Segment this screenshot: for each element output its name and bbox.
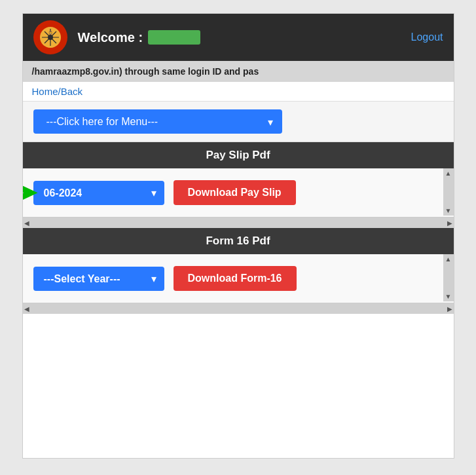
menu-select[interactable]: ---Click here for Menu---: [33, 109, 282, 134]
payslip-section: ➤ 06-2024 Download Pay Slip ▲ ▼ ◀ ▶: [23, 168, 454, 228]
form16-section: ---Select Year--- Download Form-16 ▲ ▼ ◀…: [23, 254, 454, 314]
green-arrow-icon: ➤: [23, 179, 37, 206]
form16-hscroll[interactable]: ◀ ▶: [23, 303, 454, 314]
main-container: 🦁 Welcome : Logout /hamraazmp8.gov.in) t…: [22, 13, 454, 459]
form16-vscroll-down-icon[interactable]: ▼: [444, 292, 453, 301]
form16-row: ---Select Year--- Download Form-16: [33, 266, 438, 291]
logo: 🦁: [33, 20, 67, 54]
welcome-label: Welcome :: [78, 30, 143, 45]
download-payslip-button[interactable]: Download Pay Slip: [174, 180, 296, 205]
form16-vscroll[interactable]: ▲ ▼: [443, 254, 454, 301]
payslip-vscroll[interactable]: ▲ ▼: [443, 168, 454, 216]
vscroll-up-icon[interactable]: ▲: [444, 168, 453, 178]
welcome-text: Welcome :: [78, 30, 201, 45]
month-select[interactable]: 06-2024: [33, 181, 164, 205]
hscroll-right-icon[interactable]: ▶: [447, 219, 452, 227]
form16-vscroll-up-icon[interactable]: ▲: [444, 254, 453, 264]
payslip-row: 06-2024 Download Pay Slip: [33, 180, 438, 205]
menu-area: ---Click here for Menu---: [23, 101, 454, 142]
form16-hscroll-left-icon[interactable]: ◀: [24, 305, 29, 313]
form16-hscroll-right-icon[interactable]: ▶: [447, 305, 452, 313]
notice-bar: /hamraazmp8.gov.in) through same login I…: [23, 61, 454, 82]
hscroll-left-icon[interactable]: ◀: [24, 219, 29, 227]
user-name-masked: [148, 30, 200, 45]
year-select-wrapper: ---Select Year---: [33, 267, 164, 291]
payslip-content: ➤ 06-2024 Download Pay Slip: [23, 168, 454, 218]
logout-button[interactable]: Logout: [411, 31, 443, 43]
payslip-hscroll[interactable]: ◀ ▶: [23, 218, 454, 228]
vscroll-down-icon[interactable]: ▼: [444, 206, 453, 216]
download-form16-button[interactable]: Download Form-16: [174, 266, 297, 291]
form16-section-header: Form 16 Pdf: [23, 228, 454, 254]
form16-content: ---Select Year--- Download Form-16: [23, 254, 454, 303]
menu-select-wrapper: ---Click here for Menu---: [33, 109, 282, 134]
header: 🦁 Welcome : Logout: [23, 14, 454, 61]
year-select[interactable]: ---Select Year---: [33, 267, 164, 291]
month-select-wrapper: 06-2024: [33, 181, 164, 205]
arrow-annotation: ➤: [23, 180, 37, 205]
payslip-section-header: Pay Slip Pdf: [23, 142, 454, 168]
svg-text:🦁: 🦁: [48, 31, 53, 35]
home-back-link[interactable]: Home/Back: [23, 82, 92, 101]
